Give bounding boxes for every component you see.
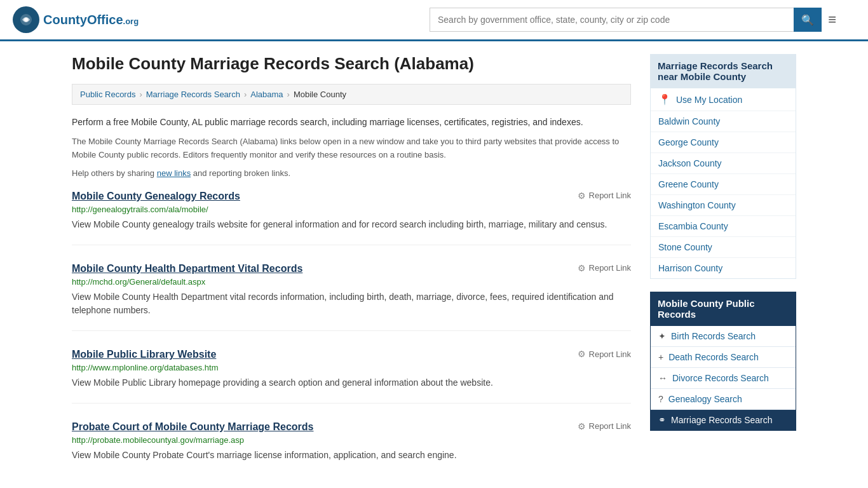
nearby-county-1: George County: [651, 132, 796, 153]
result-url-0[interactable]: http://genealogytrails.com/ala/mobile/: [72, 205, 631, 214]
breadcrumb-sep-2: ›: [244, 90, 247, 99]
nearby-county-5: Escambia County: [651, 216, 796, 237]
report-link-0[interactable]: ⚙ Report Link: [578, 191, 631, 201]
public-record-0: ✦ Birth Records Search: [651, 326, 796, 347]
county-link-3[interactable]: Greene County: [658, 179, 719, 189]
location-pin-icon: 📍: [658, 93, 671, 105]
result-desc-3: View Mobile County Probate Court's marri…: [72, 449, 631, 463]
breadcrumb-public-records[interactable]: Public Records: [80, 90, 135, 99]
site-header: CountyOffice.org 🔍 ≡: [0, 0, 868, 41]
search-area: 🔍 ≡: [430, 8, 836, 32]
nearby-section: Marriage Records Search near Mobile Coun…: [650, 54, 796, 279]
main-content: Mobile County Marriage Records Search (A…: [72, 54, 631, 488]
result-header: Mobile County Health Department Vital Re…: [72, 263, 631, 274]
sidebar: Marriage Records Search near Mobile Coun…: [650, 54, 796, 488]
result-title-3[interactable]: Probate Court of Mobile County Marriage …: [72, 421, 313, 433]
breadcrumb: Public Records › Marriage Records Search…: [72, 84, 631, 105]
county-link-0[interactable]: Baldwin County: [658, 116, 720, 126]
search-button[interactable]: 🔍: [794, 8, 822, 32]
breadcrumb-alabama[interactable]: Alabama: [250, 90, 283, 99]
page-title: Mobile County Marriage Records Search (A…: [72, 54, 631, 74]
intro-text: Perform a free Mobile County, AL public …: [72, 115, 631, 129]
result-item: Mobile Public Library Website ⚙ Report L…: [72, 349, 631, 403]
county-link-7[interactable]: Harrison County: [658, 263, 722, 273]
result-title-2[interactable]: Mobile Public Library Website: [72, 349, 216, 360]
intro-note: The Mobile County Marriage Records Searc…: [72, 135, 631, 162]
result-item: Mobile County Health Department Vital Re…: [72, 263, 631, 331]
new-links-link[interactable]: new links: [157, 168, 191, 178]
logo-area: CountyOffice.org: [13, 6, 139, 33]
use-location-link[interactable]: Use My Location: [676, 95, 742, 105]
result-header: Mobile County Genealogy Records ⚙ Report…: [72, 191, 631, 202]
logo-icon: [13, 6, 39, 33]
page-container: Mobile County Marriage Records Search (A…: [53, 41, 815, 488]
result-desc-0: View Mobile County genealogy trails webs…: [72, 218, 631, 232]
nearby-county-2: Jackson County: [651, 153, 796, 174]
result-title-1[interactable]: Mobile County Health Department Vital Re…: [72, 263, 302, 274]
nearby-counties-list: Baldwin CountyGeorge CountyJackson Count…: [651, 111, 796, 278]
pr-link-3[interactable]: Genealogy Search: [668, 394, 742, 404]
result-item: Mobile County Genealogy Records ⚙ Report…: [72, 191, 631, 245]
pr-icon-0: ✦: [658, 331, 666, 341]
result-desc-2: View Mobile Public Library homepage prov…: [72, 376, 631, 390]
pr-icon-1: +: [658, 352, 663, 362]
report-icon: ⚙: [578, 349, 586, 359]
pr-link-1[interactable]: Death Records Search: [668, 352, 759, 362]
public-record-2: ↔ Divorce Records Search: [651, 368, 796, 389]
svg-point-2: [24, 18, 28, 22]
nearby-list: 📍 Use My Location Baldwin CountyGeorge C…: [650, 88, 796, 279]
county-link-1[interactable]: George County: [658, 137, 719, 147]
result-header: Probate Court of Mobile County Marriage …: [72, 421, 631, 433]
public-records-section: Mobile County Public Records ✦ Birth Rec…: [650, 292, 796, 431]
report-icon: ⚙: [578, 191, 586, 201]
county-link-6[interactable]: Stone County: [658, 242, 712, 252]
breadcrumb-marriage-records[interactable]: Marriage Records Search: [146, 90, 240, 99]
report-link-2[interactable]: ⚙ Report Link: [578, 349, 631, 359]
result-item: Probate Court of Mobile County Marriage …: [72, 421, 631, 475]
county-link-4[interactable]: Washington County: [658, 200, 736, 210]
pr-link-0[interactable]: Birth Records Search: [671, 331, 756, 341]
public-record-1: + Death Records Search: [651, 347, 796, 368]
result-desc-1: View Mobile County Health Department vit…: [72, 290, 631, 318]
search-input[interactable]: [430, 8, 794, 32]
menu-button[interactable]: ≡: [828, 11, 836, 28]
pr-icon-2: ↔: [658, 373, 667, 383]
use-location-item: 📍 Use My Location: [651, 88, 796, 111]
pr-icon-4: ⚭: [658, 415, 666, 425]
pr-link-4[interactable]: Marriage Records Search: [671, 415, 773, 425]
public-records-heading: Mobile County Public Records: [650, 292, 796, 326]
report-icon: ⚙: [578, 263, 586, 273]
pr-link-2[interactable]: Divorce Records Search: [672, 373, 769, 383]
report-icon: ⚙: [578, 421, 586, 431]
result-title-0[interactable]: Mobile County Genealogy Records: [72, 191, 240, 202]
result-url-3[interactable]: http://probate.mobilecountyal.gov/marria…: [72, 435, 631, 445]
menu-icon: ≡: [828, 11, 836, 27]
breadcrumb-sep-1: ›: [139, 90, 142, 99]
public-records-list: ✦ Birth Records Search + Death Records S…: [650, 326, 796, 431]
breadcrumb-mobile-county: Mobile County: [294, 90, 346, 99]
report-link-1[interactable]: ⚙ Report Link: [578, 263, 631, 273]
result-url-2[interactable]: http://www.mplonline.org/databases.htm: [72, 363, 631, 372]
county-link-5[interactable]: Escambia County: [658, 221, 728, 231]
public-record-3: ? Genealogy Search: [651, 389, 796, 410]
county-link-2[interactable]: Jackson County: [658, 158, 722, 168]
nearby-county-0: Baldwin County: [651, 111, 796, 132]
nearby-heading: Marriage Records Search near Mobile Coun…: [650, 54, 796, 88]
logo-text: CountyOffice.org: [43, 13, 139, 27]
result-header: Mobile Public Library Website ⚙ Report L…: [72, 349, 631, 360]
report-link-3[interactable]: ⚙ Report Link: [578, 421, 631, 431]
breadcrumb-sep-3: ›: [287, 90, 290, 99]
results-list: Mobile County Genealogy Records ⚙ Report…: [72, 191, 631, 475]
nearby-county-3: Greene County: [651, 174, 796, 195]
result-url-1[interactable]: http://mchd.org/General/default.aspx: [72, 277, 631, 287]
nearby-county-7: Harrison County: [651, 258, 796, 278]
search-icon: 🔍: [801, 15, 814, 25]
public-record-4: ⚭ Marriage Records Search: [651, 410, 796, 430]
nearby-county-4: Washington County: [651, 195, 796, 216]
help-text: Help others by sharing new links and rep…: [72, 168, 631, 178]
pr-icon-3: ?: [658, 394, 663, 404]
nearby-county-6: Stone County: [651, 237, 796, 258]
